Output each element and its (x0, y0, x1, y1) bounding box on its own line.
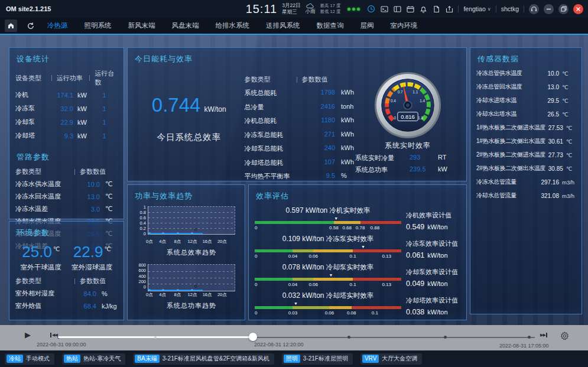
design-value-block: 冷却泵效率设计值 0.049kW/ton (401, 263, 460, 288)
calendar-icon[interactable] (407, 5, 414, 13)
realtime-name: 冷机实时效率 (329, 207, 370, 214)
chart-caption: 系统总效率趋势 (148, 248, 235, 257)
sensor-name: 2#热水板换二次侧出水温度 (476, 164, 545, 173)
sensor-value: 29.5 (534, 98, 559, 104)
col-param-value: 参数数值 (80, 167, 106, 176)
sensors-panel: 传感器数据 冷冻总管供水温度10.0℃ 冷冻总管回水温度13.0℃ 冷却水进塔水… (470, 47, 582, 314)
tab-indoor-environment[interactable]: 室内环境 (382, 18, 426, 34)
sensor-unit: ℃ (563, 138, 576, 145)
tag-lighting[interactable]: 照明 3-21F标准层照明 (282, 353, 353, 365)
design-label: 冷却塔效率设计值 (406, 296, 460, 305)
y-axis-labels: 10.80.60.40.20 (134, 204, 148, 236)
titlebar-icons (367, 5, 453, 13)
sensor-name: 冷冻总管供水温度 (476, 69, 534, 77)
skip-back-button[interactable]: ◀◀ (50, 333, 57, 337)
tab-floor-valve[interactable]: 层阀 (352, 18, 382, 34)
param-value: 271 (316, 131, 335, 139)
data-point (148, 232, 151, 235)
bell-icon[interactable] (420, 5, 427, 13)
sensor-name: 2#热水板换二次侧进水温度 (476, 151, 545, 159)
home-button[interactable] (5, 20, 17, 32)
table-row: 1#热水板换二次侧出水温度30.61℃ (476, 137, 576, 145)
eval-row-cooling-tower: 0.032 kW/ton 冷却塔实时效率 ▼ 00.030.060.080.1 … (255, 291, 460, 316)
workspace-name: shctkg (501, 5, 519, 12)
y-axis-labels: 8006004002000 (134, 262, 148, 290)
energy-today-panel: 今日能耗与效率 0.744kW/ton 今日系统总效率 参数类型 参数数值 系统… (127, 47, 467, 181)
point-label: 0 (194, 227, 196, 232)
timeline-settings-button[interactable] (560, 332, 569, 343)
table-row: 冷却塔总能耗107kWh (245, 158, 356, 167)
sensor-unit: m3/h (559, 179, 576, 186)
param-unit: kWh (335, 158, 355, 167)
skip-forward-button[interactable]: ▶▶ (540, 333, 548, 337)
outdoor-wet-bulb: 22.9℃ 室外湿球温度 (72, 243, 112, 272)
terminal-icon[interactable] (381, 5, 388, 13)
tab-fan-coil-terminal[interactable]: 风盘末端 (164, 18, 207, 34)
tab-fresh-air-terminal[interactable]: 新风末端 (120, 18, 164, 34)
tab-air-supply-exhaust[interactable]: 送排风系统 (258, 18, 308, 34)
col-device-type: 设备类型 (15, 74, 47, 83)
tab-data-query[interactable]: 数据查询 (308, 18, 352, 34)
col-running-count: 运行台数 (95, 69, 118, 87)
param-unit: kWh (335, 131, 355, 139)
param-name: 冷冻水温差 (15, 204, 79, 213)
param-name: 冷却泵总能耗 (245, 144, 317, 153)
param-value: 3.0 (79, 206, 100, 213)
date-label: 3月22日 (282, 2, 300, 9)
file-icon[interactable] (433, 5, 440, 13)
minimize-button[interactable] (544, 4, 554, 14)
scale-ticks: 00.040.060.10.13 (255, 281, 401, 288)
param-value: 1180 (316, 116, 335, 125)
user-menu[interactable]: fengtiao ∨ (463, 5, 490, 12)
col-param-value: 参数数值 (80, 277, 106, 285)
param-name: 冷冻水供水温度 (15, 180, 79, 189)
timeline-track[interactable] (58, 336, 537, 338)
clock-time: 15:11 (246, 2, 278, 16)
realtime-value: 0.597 kW/ton (286, 206, 328, 215)
divider (74, 169, 75, 175)
tag-heat-station[interactable]: 热站 热站-寒冷天气 (62, 353, 125, 365)
tag-vrv[interactable]: VRV 大厅大金空调 (360, 353, 422, 365)
main-content: 设备统计 设备类型 运行功率 运行台数 冷机 174.1 kW 1 冷冻泵 32… (0, 34, 588, 367)
close-button[interactable] (573, 4, 583, 14)
table-row: 平均热不平衡率9.5% (245, 172, 356, 181)
table-row: 室外相对湿度 84.0 % (15, 289, 118, 298)
table-row: 室外焓值 68.4 kJ/kg (15, 301, 118, 310)
col-param-type: 参数类型 (15, 277, 70, 285)
panel-title: 管路参数 (17, 152, 118, 163)
trends-panel: 功率与效率趋势 10.80.60.40.20 0 0点4点8点12点16点20点… (127, 184, 245, 320)
plot-area: 0 (148, 206, 235, 235)
sensor-unit: ℃ (563, 165, 576, 172)
table-row: 冷却泵 22.9 kW 1 (15, 118, 118, 126)
nav-bar: 冷热源 照明系统 新风末端 风盘末端 给排水系统 送排风系统 数据查询 层阀 室… (0, 18, 588, 34)
tab-water-supply-drain[interactable]: 给排水系统 (207, 18, 258, 34)
timeline-handle[interactable] (249, 333, 257, 341)
device-stats-panel: 设备统计 设备类型 运行功率 运行台数 冷机 174.1 kW 1 冷冻泵 32… (9, 47, 124, 219)
clock-icon[interactable] (367, 5, 375, 13)
eval-scale: 0.032 kW/ton 冷却塔实时效率 ▼ 00.030.060.080.1 (255, 291, 401, 316)
upload-box-icon[interactable] (446, 5, 453, 13)
device-power: 174.1 (51, 92, 73, 99)
sensor-unit: ℃ (559, 111, 576, 118)
param-value: 107 (316, 158, 335, 167)
big-value: 25.0 (22, 243, 52, 261)
panel-title: 功率与效率趋势 (135, 191, 239, 202)
eval-scale: 0.078 kW/ton 冷却泵实时效率 ▼ 00.040.060.10.13 (255, 263, 401, 288)
tag-label: 热站-寒冷天气 (83, 355, 121, 363)
play-button[interactable]: ▶ (25, 330, 31, 339)
tab-lighting-system[interactable]: 照明系统 (76, 18, 120, 34)
support-button[interactable] (529, 4, 539, 14)
restore-button[interactable] (558, 4, 568, 14)
param-name: 系统总能耗 (245, 89, 317, 98)
table-row: 冷冻水回水温度 13.0 ℃ (15, 192, 118, 201)
refresh-button[interactable] (24, 20, 37, 32)
tag-cold-station[interactable]: 冷站 手动模式 (5, 353, 54, 365)
tab-cold-heat-source[interactable]: 冷热源 (39, 18, 76, 34)
tag-badge: 照明 (284, 355, 300, 363)
playback-timeline: ▶ ◀◀ ▶▶ 2022-08-31 09:00:00 2022-08-31 1… (0, 325, 588, 350)
outdoor-dry-bulb: 25.0℃ 室外干球温度 (21, 243, 61, 272)
temp-high: 最高 17 度 (320, 3, 340, 9)
tag-ba-terminal[interactable]: BA末端 3-21F标准层风机盘管&2F空调箱&新风机 (133, 353, 274, 365)
device-count: 1 (91, 132, 118, 139)
layout-icon[interactable] (394, 5, 401, 13)
